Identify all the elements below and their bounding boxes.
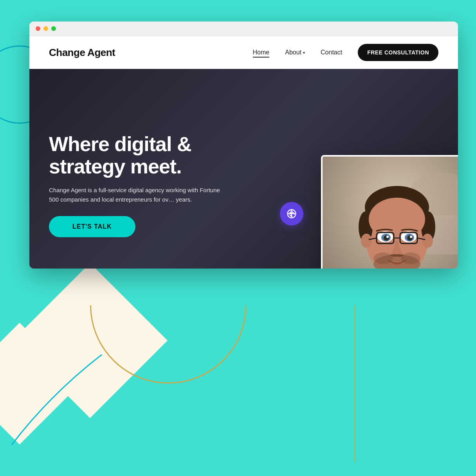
browser-dot-maximize[interactable]	[51, 26, 56, 31]
drag-icon[interactable]	[280, 202, 303, 225]
nav-link-contact[interactable]: Contact	[321, 49, 342, 56]
hero-content: Where digital & strategy meet. Change Ag…	[49, 133, 252, 237]
browser-window: Change Agent Home About ▾ Contact FREE C…	[29, 22, 458, 269]
chevron-down-icon: ▾	[303, 50, 305, 55]
browser-dot-close[interactable]	[36, 26, 40, 31]
decorative-diamond-2	[0, 323, 81, 444]
nav-link-about[interactable]: About ▾	[285, 49, 305, 56]
svg-point-17	[422, 234, 433, 248]
free-consultation-button[interactable]: FREE CONSULTATION	[358, 44, 438, 61]
lets-talk-button[interactable]: LET'S TALK	[49, 216, 135, 237]
site-logo: Change Agent	[49, 47, 115, 59]
decorative-gold-line	[354, 305, 355, 462]
browser-chrome	[29, 22, 458, 36]
hero-section: Where digital & strategy meet. Change Ag…	[29, 69, 458, 269]
bg-teal-curve-svg	[0, 335, 110, 453]
svg-point-16	[361, 234, 372, 248]
hero-title: Where digital & strategy meet.	[49, 133, 252, 178]
decorative-diamond-1	[13, 263, 168, 418]
navbar: Change Agent Home About ▾ Contact FREE C…	[29, 36, 458, 69]
svg-point-21	[386, 236, 389, 238]
browser-dot-minimize[interactable]	[43, 26, 48, 31]
svg-point-32	[373, 252, 393, 264]
person-illustration	[323, 157, 458, 269]
profile-photo-card	[321, 155, 458, 269]
svg-point-33	[401, 252, 420, 264]
nav-link-home[interactable]: Home	[253, 49, 270, 56]
svg-point-25	[410, 236, 412, 238]
hero-description: Change Agent is a full-service digital a…	[49, 186, 229, 204]
nav-links: Home About ▾ Contact FREE CONSULTATION	[253, 44, 438, 61]
move-cursor-icon	[286, 208, 297, 219]
